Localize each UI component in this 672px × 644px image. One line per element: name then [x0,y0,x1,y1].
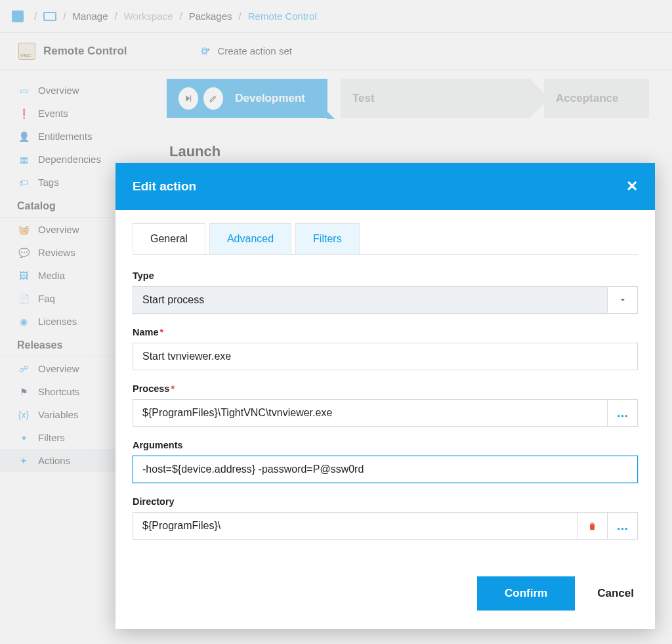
tags-icon: 🏷 [17,177,30,188]
breadcrumb-sep: / [63,11,66,22]
tab-advanced[interactable]: Advanced [209,223,291,254]
breadcrumb-sep: / [34,11,37,22]
stage-development[interactable]: Development [167,79,327,118]
clear-directory-button[interactable] [578,512,608,540]
modal-tabs: General Advanced Filters [133,223,638,255]
browse-directory-button[interactable]: … [608,512,638,540]
type-select[interactable]: Start process [133,286,638,314]
faq-icon: 📄 [17,293,30,304]
svg-point-0 [202,49,206,53]
sidebar-item-label: Actions [38,455,70,466]
chevron-down-icon[interactable] [608,286,638,314]
app-icon[interactable] [12,11,24,22]
gear-plus-icon [200,45,211,57]
stage-label: Acceptance [556,92,618,105]
release-stages: Development Test Acceptance [167,79,672,118]
media-icon: 🖼 [17,270,30,281]
breadcrumb-remote-control[interactable]: Remote Control [248,11,317,22]
sidebar-item-label: Variables [38,409,78,420]
close-icon[interactable]: ✕ [626,178,638,195]
create-action-set-button[interactable]: Create action set [200,45,292,57]
breadcrumb-manage[interactable]: Manage [72,11,108,22]
actions-icon: ✦ [17,456,30,466]
directory-input[interactable] [133,512,578,540]
label-process: Process* [133,383,638,394]
releases-overview-icon: ☍ [17,364,30,374]
sidebar-item-label: Shortcuts [38,386,79,397]
modal-header: Edit action ✕ [116,163,655,210]
licenses-icon: ◉ [17,316,30,327]
sidebar-item-label: Dependencies [38,154,101,165]
basket-icon: 🧺 [17,225,30,235]
sidebar-item-label: Licenses [38,316,77,327]
sidebar-item-label: Filters [38,432,65,443]
variables-icon: {x} [17,410,30,420]
modal-title: Edit action [133,179,196,194]
svg-rect-1 [190,95,191,101]
label-directory: Directory [133,496,638,507]
play-icon[interactable] [178,87,198,110]
arguments-input[interactable] [133,456,638,483]
sidebar-item-label: Media [38,270,65,281]
browse-process-button[interactable]: … [608,399,638,427]
sidebar-item-label: Faq [38,293,55,304]
type-value: Start process [133,286,608,314]
package-header: Remote Control Create action set [0,33,672,70]
sidebar-item-label: Tags [38,177,59,188]
sidebar-item-label: Overview [38,224,79,235]
filters-icon: ▾ [17,433,30,443]
sidebar-item-events[interactable]: ❗Events [0,102,158,125]
breadcrumb-packages[interactable]: Packages [189,11,232,22]
breadcrumb-sep: / [115,11,117,22]
entitlements-icon: 👤 [17,131,30,142]
stage-test[interactable]: Test [341,79,531,118]
breadcrumb-sep: / [239,11,242,22]
reviews-icon: 💬 [17,247,30,258]
confirm-button[interactable]: Confirm [477,576,575,611]
workspace-icon[interactable] [43,12,56,21]
tab-filters[interactable]: Filters [295,223,360,254]
label-arguments: Arguments [133,440,638,450]
sidebar-item-label: Events [38,108,68,119]
process-input[interactable] [133,399,608,427]
sidebar-item-label: Entitlements [38,131,93,142]
sidebar-item-label: Reviews [38,247,75,258]
events-icon: ❗ [17,108,30,119]
sidebar-item-label: Overview [38,85,79,96]
cancel-button[interactable]: Cancel [597,587,638,600]
stage-label: Development [235,92,305,105]
stage-acceptance[interactable]: Acceptance [544,79,649,118]
label-type: Type [133,270,638,281]
section-title-launch: Launch [169,143,672,160]
label-name: Name* [133,327,638,337]
shortcuts-icon: ⚑ [17,387,30,397]
tab-general[interactable]: General [133,223,205,254]
breadcrumb-sep: / [180,11,182,22]
stage-label: Test [352,92,375,105]
breadcrumb: / / Manage / Workspace / Packages / Remo… [0,0,672,33]
sidebar-item-label: Overview [38,363,79,374]
name-input[interactable] [133,343,638,370]
edit-icon[interactable] [203,87,223,110]
edit-action-modal: Edit action ✕ General Advanced Filters T… [116,163,655,629]
sidebar-item-entitlements[interactable]: 👤Entitlements [0,125,158,148]
create-action-set-label: Create action set [218,45,292,56]
overview-icon: ▭ [17,85,30,96]
modal-footer: Confirm Cancel [116,569,655,629]
breadcrumb-workspace[interactable]: Workspace [124,11,173,22]
dependencies-icon: ▦ [17,154,30,165]
package-icon [18,43,35,60]
package-title: Remote Control [43,45,127,58]
sidebar-item-overview[interactable]: ▭Overview [0,79,158,102]
